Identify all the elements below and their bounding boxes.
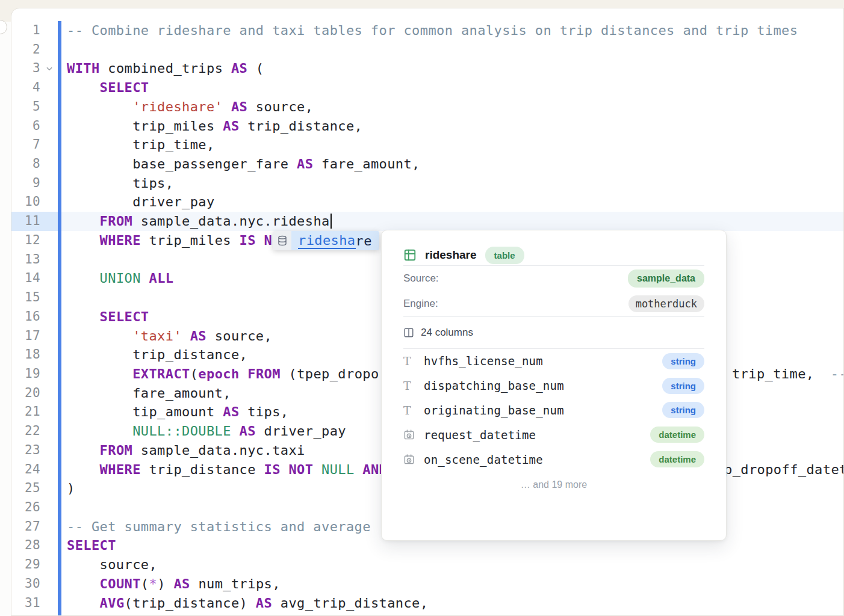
line-number[interactable]: 13 (11, 250, 40, 270)
columns-count-row: 24 columns (403, 317, 704, 348)
code-text: FROM sample_data.nyc.ridesha (67, 212, 332, 231)
code-text: COUNT(*) AS num_trips, (67, 574, 281, 594)
code-text: fare_amount, (67, 384, 231, 403)
line-number[interactable]: 31 (11, 594, 40, 613)
line-number[interactable]: 5 (11, 97, 40, 117)
column-name: request_datetime (424, 428, 650, 442)
line-number[interactable]: 21 (11, 402, 40, 422)
line-number[interactable]: 25 (11, 479, 40, 498)
suggestion-rest-text: re (356, 233, 372, 248)
code-text: UNION ALL (67, 269, 173, 288)
columns-count: 24 columns (421, 327, 473, 339)
code-text: WITH combined_trips AS ( (67, 59, 264, 78)
table-info-card: rideshare table Source: sample_data Engi… (381, 230, 727, 541)
code-line-8[interactable]: 8 base_passenger_fare AS fare_amount, (11, 155, 843, 174)
column-row: Thvfhs_license_numstring (403, 349, 704, 374)
text-icon: T (403, 404, 411, 417)
fold-chevron-down-icon[interactable] (45, 59, 54, 78)
code-text: ) (67, 479, 75, 498)
column-row: Tdispatching_base_numstring (403, 374, 704, 398)
line-number[interactable]: 28 (11, 536, 40, 555)
line-number[interactable]: 7 (11, 135, 40, 155)
line-number[interactable]: 18 (11, 345, 40, 365)
line-number[interactable]: 10 (11, 192, 40, 212)
code-text: -- Combine rideshare and taxi tables for… (67, 21, 798, 40)
line-number[interactable]: 27 (11, 517, 40, 537)
line-number[interactable]: 29 (11, 555, 40, 574)
column-name: dispatching_base_num (424, 379, 662, 392)
calendar-clock-icon (403, 429, 415, 440)
suggestion-match-text: ridesha (298, 233, 356, 249)
line-number[interactable]: 16 (11, 307, 40, 327)
line-number[interactable]: 8 (11, 155, 40, 174)
code-text: base_passenger_fare AS fare_amount, (67, 155, 420, 174)
line-number[interactable]: 4 (11, 78, 40, 97)
left-panel-strip (0, 22, 11, 616)
column-row: request_datetimedatetime (403, 422, 704, 447)
autocomplete-popup: rideshare (273, 231, 379, 250)
column-row: Toriginating_base_numstring (403, 398, 704, 423)
code-text: tip_amount AS tips, (67, 402, 288, 422)
code-line-31[interactable]: 31 AVG(trip_distance) AS avg_trip_distan… (11, 594, 843, 613)
line-number[interactable]: 6 (11, 117, 40, 136)
code-text: trip_time, (67, 135, 215, 155)
line-number[interactable]: 23 (11, 441, 40, 460)
engine-label: Engine: (403, 298, 438, 310)
code-line-4[interactable]: 4 SELECT (11, 78, 843, 97)
code-text: WHERE trip_distance IS NOT NULL AND (67, 460, 387, 479)
code-text: source, (67, 555, 157, 574)
line-number[interactable]: 32 (11, 612, 40, 616)
code-line-11[interactable]: 11 FROM sample_data.nyc.ridesha (11, 212, 843, 231)
code-text: tips, (67, 174, 173, 193)
code-text: AVG(trip_time) AS avg_trip_time (67, 612, 355, 616)
code-line-10[interactable]: 10 driver_pay (11, 192, 843, 212)
page-background: { "editor": { "active_line": 11, "fold_l… (0, 0, 844, 616)
code-line-9[interactable]: 9 tips, (11, 174, 843, 193)
line-number[interactable]: 17 (11, 327, 40, 346)
code-text: AVG(trip_distance) AS avg_trip_distance, (67, 594, 428, 613)
calendar-clock-icon (403, 454, 415, 465)
table-name: rideshare (425, 248, 477, 262)
line-number[interactable]: 9 (11, 174, 40, 193)
suggestion-item-rideshare[interactable]: rideshare (291, 231, 379, 250)
code-text: 'taxi' AS source, (67, 327, 272, 346)
changed-lines-bar (58, 21, 61, 615)
columns-icon (403, 327, 414, 338)
line-number[interactable]: 3 (11, 59, 40, 78)
code-text: EXTRACT(epoch FROM (tpep_dropo (67, 365, 379, 384)
code-line-7[interactable]: 7 trip_time, (11, 135, 843, 155)
code-line-32[interactable]: 32 AVG(trip_time) AS avg_trip_time (11, 612, 843, 616)
line-number[interactable]: 1 (11, 21, 40, 40)
code-line-29[interactable]: 29 source, (11, 555, 843, 574)
line-number[interactable]: 12 (11, 231, 40, 250)
code-line-2[interactable]: 2 (11, 40, 843, 60)
code-text-fragment-line-24: p_dropoff_datet (724, 460, 844, 479)
table-info-header: rideshare table (403, 230, 704, 265)
database-icon (273, 231, 291, 250)
code-line-5[interactable]: 5 'rideshare' AS source, (11, 97, 843, 117)
table-icon (403, 248, 417, 262)
code-text: SELECT (67, 536, 116, 555)
line-number[interactable]: 14 (11, 269, 40, 288)
engine-badge: motherduck (628, 295, 704, 312)
code-text: WHERE trip_miles IS N (67, 231, 272, 250)
source-badge: sample_data (628, 270, 704, 288)
code-line-1[interactable]: 1-- Combine rideshare and taxi tables fo… (11, 21, 843, 40)
line-number[interactable]: 20 (11, 384, 40, 403)
table-type-badge: table (485, 247, 524, 264)
code-line-3[interactable]: 3WITH combined_trips AS ( (11, 59, 843, 78)
line-number[interactable]: 19 (11, 365, 40, 384)
code-line-30[interactable]: 30 COUNT(*) AS num_trips, (11, 574, 843, 594)
line-number[interactable]: 2 (11, 40, 40, 60)
line-number[interactable]: 11 (11, 212, 40, 231)
code-line-6[interactable]: 6 trip_miles AS trip_distance, (11, 117, 843, 136)
column-type-badge: datetime (650, 427, 704, 443)
line-number[interactable]: 26 (11, 498, 40, 517)
line-number[interactable]: 22 (11, 422, 40, 441)
sql-editor[interactable]: 1-- Combine rideshare and taxi tables fo… (11, 8, 844, 616)
line-number[interactable]: 30 (11, 574, 40, 594)
column-type-badge: string (662, 402, 704, 418)
line-number[interactable]: 15 (11, 288, 40, 307)
column-name: on_scene_datetime (424, 453, 650, 466)
line-number[interactable]: 24 (11, 460, 40, 479)
